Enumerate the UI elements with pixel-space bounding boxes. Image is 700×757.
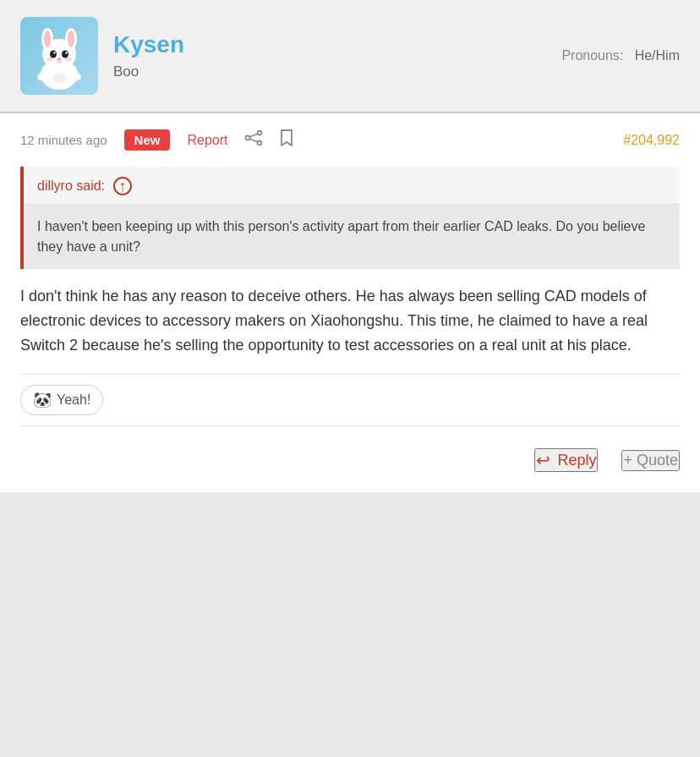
svg-point-11 (57, 58, 62, 61)
quote-header: dillyro said: ↑ (24, 167, 680, 205)
pronouns-value: He/Him (635, 48, 680, 63)
pronouns: Pronouns: He/Him (561, 48, 680, 63)
post-container: 12 minutes ago New Report #204,992 (0, 113, 700, 492)
svg-point-9 (53, 52, 55, 53)
svg-point-5 (44, 30, 51, 47)
reaction-label: Yeah! (57, 392, 90, 408)
profile-left: Kysen Boo (20, 17, 184, 95)
quote-up-icon[interactable]: ↑ (113, 177, 132, 195)
quote-body: I haven't been keeping up with this pers… (24, 205, 680, 269)
svg-line-20 (250, 134, 258, 137)
yeah-reaction-button[interactable]: 🐼 Yeah! (20, 385, 103, 415)
quote-author: dillyro said: (37, 178, 105, 194)
reply-icon: ↩ (536, 450, 550, 470)
svg-point-17 (258, 131, 262, 135)
bookmark-icon[interactable] (280, 129, 293, 151)
quote-btn-label: + Quote (623, 452, 678, 469)
pronouns-label: Pronouns: (561, 48, 623, 63)
post-actions: ↩ Reply + Quote (20, 440, 680, 477)
quote-button[interactable]: + Quote (621, 450, 680, 471)
reactions-bar: 🐼 Yeah! (20, 374, 680, 426)
post-time: 12 minutes ago (20, 133, 107, 147)
post-number: #204,992 (623, 133, 680, 148)
profile-header: Kysen Boo Pronouns: He/Him (0, 0, 700, 112)
svg-point-7 (50, 51, 57, 58)
new-badge: New (124, 129, 171, 151)
svg-point-13 (65, 58, 72, 62)
svg-point-8 (62, 51, 68, 58)
profile-name: Kysen (113, 31, 184, 58)
svg-line-21 (250, 139, 258, 142)
avatar (20, 17, 98, 95)
report-link[interactable]: Report (187, 133, 227, 148)
svg-point-6 (68, 30, 74, 47)
share-icon[interactable] (244, 130, 263, 150)
svg-point-10 (65, 52, 67, 53)
reaction-emoji: 🐼 (33, 391, 52, 409)
reply-button[interactable]: ↩ Reply (534, 448, 598, 472)
quote-block: dillyro said: ↑ I haven't been keeping u… (20, 167, 680, 269)
profile-subtitle: Boo (113, 63, 184, 80)
svg-point-16 (52, 73, 66, 83)
post-body: I don't think he has any reason to decei… (20, 284, 680, 357)
reply-label: Reply (557, 452, 596, 469)
svg-point-19 (246, 136, 250, 140)
post-meta: 12 minutes ago New Report #204,992 (20, 129, 680, 151)
svg-point-12 (46, 58, 53, 62)
svg-point-18 (258, 141, 262, 145)
profile-info: Kysen Boo (113, 31, 184, 80)
